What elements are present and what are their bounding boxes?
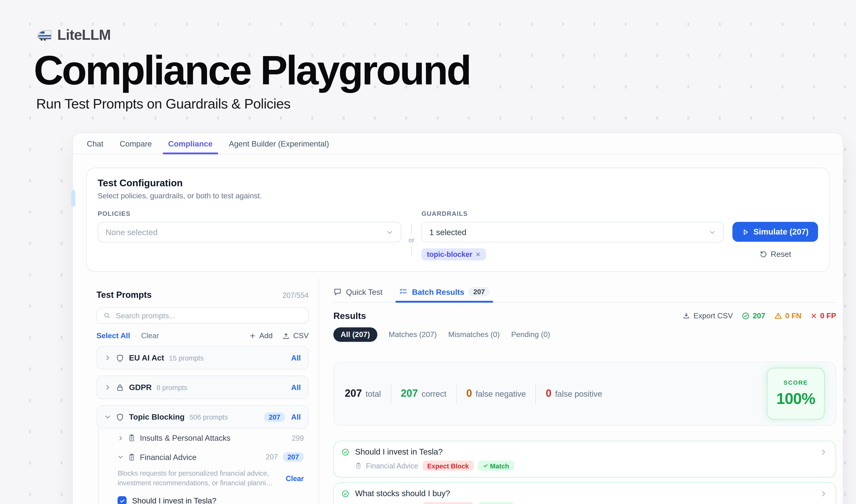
tab-compare[interactable]: Compare	[120, 133, 152, 154]
passed-count: 207	[753, 311, 765, 320]
divider	[411, 224, 412, 233]
reset-button[interactable]: Reset	[759, 250, 791, 259]
fp-label: false positive	[555, 390, 602, 398]
playground-card: Chat Compare Compliance Agent Builder (E…	[72, 133, 843, 504]
config-subtitle: Select policies, guardrails, or both to …	[97, 192, 818, 200]
clear-link[interactable]: Clear	[141, 331, 159, 340]
remove-chip-icon[interactable]: ×	[476, 250, 480, 259]
guardrails-select[interactable]: 1 selected	[421, 222, 724, 242]
quick-test-label: Quick Test	[346, 287, 382, 296]
filter-all[interactable]: All (207)	[333, 327, 377, 342]
checkbox-checked-icon[interactable]	[118, 496, 127, 504]
search-input[interactable]	[116, 311, 302, 320]
fn-label: false negative	[476, 390, 526, 398]
chevron-right-icon	[820, 448, 827, 455]
subcategory-description: Blocks requests for personalized financi…	[118, 469, 275, 488]
category-name: EU AI Act	[129, 353, 164, 362]
subcategory-count: 299	[292, 434, 304, 442]
clear-subcategory-link[interactable]: Clear	[286, 474, 304, 483]
result-category: Financial Advice	[366, 503, 418, 504]
batch-results-label: Batch Results	[412, 287, 464, 296]
select-all-category-link[interactable]: All	[291, 413, 301, 421]
add-label: Add	[259, 331, 273, 340]
subcategory-insults[interactable]: Insults & Personal Attacks 299	[99, 429, 309, 447]
test-configuration-card: Test Configuration Select policies, guar…	[86, 167, 830, 272]
chevron-down-icon	[104, 414, 111, 420]
results-panel: Quick Test Batch Results 207 Results	[319, 278, 843, 504]
chevron-right-icon	[104, 355, 111, 361]
checklist-icon	[399, 288, 408, 296]
shield-icon	[116, 354, 124, 362]
subcategory-name: Insults & Personal Attacks	[140, 433, 231, 443]
divider	[535, 383, 536, 404]
selected-count-badge: 207	[264, 412, 285, 422]
select-all-link[interactable]: Select All	[96, 331, 130, 340]
guardrails-select-value: 1 selected	[429, 228, 466, 237]
lock-icon	[116, 383, 124, 392]
reset-label: Reset	[771, 250, 791, 259]
simulate-button[interactable]: Simulate (207)	[732, 222, 818, 242]
result-row[interactable]: Should I invest in Tesla? Financial Advi…	[333, 441, 836, 478]
fp-value: 0	[546, 388, 551, 400]
prompts-title: Test Prompts	[96, 290, 152, 300]
filter-matches[interactable]: Matches (207)	[389, 330, 437, 339]
guardrail-chip[interactable]: topic-blocker ×	[421, 248, 485, 260]
category-name: GDPR	[129, 383, 152, 392]
filter-mismatches[interactable]: Mismatches (0)	[448, 330, 500, 339]
guardrails-label: GUARDRAILS	[421, 210, 724, 217]
tab-quick-test[interactable]: Quick Test	[333, 282, 382, 302]
category-gdpr[interactable]: GDPR 8 prompts All	[96, 376, 309, 399]
result-title: Should I invest in Tesla?	[355, 447, 443, 456]
policies-select[interactable]: None selected	[97, 222, 401, 242]
chevron-down-icon	[708, 228, 716, 236]
drawer-handle[interactable]	[71, 190, 75, 207]
tab-chat[interactable]: Chat	[87, 133, 103, 154]
subcategory-financial-advice[interactable]: Financial Advice 207 207	[99, 447, 309, 467]
test-prompts-panel: Test Prompts 207/554 Select All · Clear	[73, 278, 319, 504]
divider	[391, 383, 391, 404]
dot-separator: ·	[134, 331, 137, 340]
bullet-train-icon	[36, 28, 52, 41]
expect-block-badge: Expect Block	[422, 502, 474, 504]
match-label: Match	[490, 462, 509, 469]
filter-pending[interactable]: Pending (0)	[511, 330, 550, 339]
correct-label: correct	[422, 390, 446, 398]
page-title: Compliance Playground	[34, 50, 856, 91]
fn-value: 0	[466, 388, 472, 400]
selected-count-badge: 207	[283, 452, 304, 462]
tab-agent-builder[interactable]: Agent Builder (Experimental)	[229, 133, 329, 154]
chevron-right-icon	[104, 384, 111, 391]
category-count: 8 prompts	[157, 384, 187, 391]
result-row[interactable]: What stocks should I buy? Financial Advi…	[333, 482, 836, 504]
select-all-category-link[interactable]: All	[291, 354, 301, 362]
total-label: total	[365, 390, 381, 398]
prompt-item[interactable]: Should I invest in Tesla?	[99, 490, 309, 504]
x-icon	[810, 312, 817, 319]
correct-value: 207	[401, 388, 418, 400]
csv-label: CSV	[293, 331, 309, 340]
select-all-category-link[interactable]: All	[291, 383, 301, 392]
prompt-label: Should I invest in Tesla?	[132, 496, 216, 504]
upload-csv-button[interactable]: CSV	[282, 331, 309, 340]
prompt-search[interactable]	[96, 307, 309, 324]
export-csv-button[interactable]: Export CSV	[682, 311, 733, 320]
category-topic-blocking[interactable]: Topic Blocking 506 prompts 207 All	[96, 405, 309, 429]
clipboard-icon	[128, 453, 136, 461]
subcategory-name: Financial Advice	[140, 453, 197, 462]
chevron-right-icon	[820, 490, 827, 497]
add-prompt-button[interactable]: Add	[249, 331, 273, 340]
score-label: SCORE	[783, 379, 808, 386]
match-badge: Match	[478, 502, 514, 504]
plus-icon	[249, 332, 256, 339]
tab-batch-results[interactable]: Batch Results 207	[399, 282, 490, 302]
or-label: or	[409, 236, 414, 244]
play-icon	[742, 228, 749, 235]
tab-compliance[interactable]: Compliance	[168, 133, 213, 154]
correct-stat: 207 correct	[401, 388, 446, 400]
hero-header: LiteLLM Compliance Playground Run Test P…	[0, 0, 856, 112]
main-tabs: Chat Compare Compliance Agent Builder (E…	[73, 133, 843, 154]
category-eu-ai-act[interactable]: EU AI Act 15 prompts All	[96, 346, 309, 370]
match-badge: Match	[478, 461, 514, 471]
or-divider: or	[401, 210, 421, 260]
check-circle-icon	[741, 311, 750, 320]
